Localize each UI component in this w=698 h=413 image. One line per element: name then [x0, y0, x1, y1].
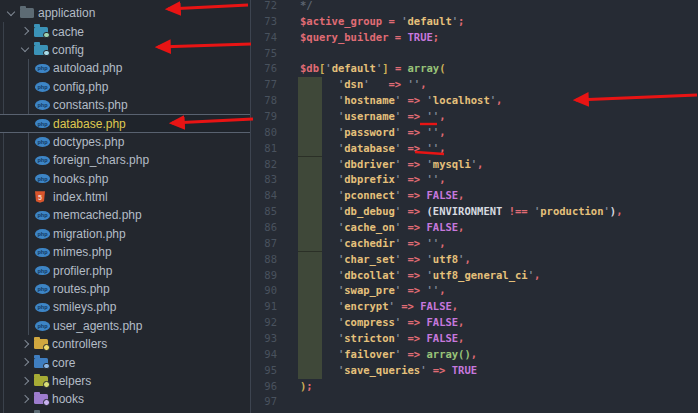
tree-item-user_agents.php[interactable]: phpuser_agents.php — [0, 317, 250, 335]
tree-item-hooks[interactable]: hooks — [0, 390, 250, 408]
token: '' — [408, 78, 421, 90]
token: , — [534, 269, 540, 281]
folder-config-icon — [34, 45, 48, 55]
token: => — [408, 348, 421, 360]
tree-item-label: mimes.php — [53, 245, 112, 259]
tree-item-profiler.php[interactable]: phpprofiler.php — [0, 261, 250, 279]
code-line-91[interactable]: 91 'encrypt' => FALSE, — [251, 299, 698, 315]
code-line-95[interactable]: 95 'save_queries' => TRUE — [251, 363, 698, 379]
tree-item-controllers[interactable]: controllers — [0, 335, 250, 353]
php-icon: php — [35, 137, 53, 147]
code-line-84[interactable]: 84 'pconnect' => FALSE, — [251, 188, 698, 204]
token: , — [616, 205, 622, 217]
code-line-76[interactable]: 76$db['default'] = array( — [251, 61, 698, 77]
token — [300, 173, 338, 185]
token: '' — [426, 126, 439, 138]
token: char_set — [344, 253, 395, 265]
token: , — [439, 142, 445, 154]
tree-item-index.html[interactable]: 5index.html — [0, 188, 250, 206]
code-line-78[interactable]: 78 'hostname' => 'localhost', — [251, 93, 698, 109]
token: '' — [426, 110, 439, 122]
html5-icon: 5 — [35, 191, 53, 203]
tree-item-autoload.php[interactable]: phpautoload.php — [0, 59, 250, 77]
token: TRUE — [452, 364, 477, 376]
token: dsn — [344, 78, 363, 90]
tree-item-foreign_chars.php[interactable]: phpforeign_chars.php — [0, 151, 250, 169]
code-line-79[interactable]: 79 'username' => '', — [251, 109, 698, 125]
line-number: 88 — [251, 252, 277, 268]
tree-item-routes.php[interactable]: phproutes.php — [0, 280, 250, 298]
chevron-right-icon[interactable] — [19, 338, 32, 351]
code-line-93[interactable]: 93 'stricton' => FALSE, — [251, 331, 698, 347]
token: , — [439, 126, 445, 138]
tree-item-migration.php[interactable]: phpmigration.php — [0, 225, 250, 243]
code-line-89[interactable]: 89 'dbcollat' => 'utf8_general_ci', — [251, 268, 698, 284]
token: cachedir — [344, 237, 395, 249]
line-number: 85 — [251, 204, 277, 220]
chevron-down-icon[interactable] — [5, 7, 18, 20]
code-line-94[interactable]: 94 'failover' => array(), — [251, 347, 698, 363]
tree-item-constants.php[interactable]: phpconstants.php — [0, 96, 250, 114]
tree-item-core[interactable]: core — [0, 353, 250, 371]
php-icon: php — [35, 248, 53, 258]
tree-item-config.php[interactable]: phpconfig.php — [0, 78, 250, 96]
tree-item-doctypes.php[interactable]: phpdoctypes.php — [0, 133, 250, 151]
token: encrypt — [344, 300, 388, 312]
tree-item-application[interactable]: application — [0, 4, 250, 22]
tree-item-cache[interactable]: cache — [0, 22, 250, 40]
line-number: 83 — [251, 172, 277, 188]
code-line-92[interactable]: 92 'compress' => FALSE, — [251, 315, 698, 331]
token: , — [458, 189, 464, 201]
chevron-down-icon[interactable] — [19, 43, 32, 56]
token: array — [426, 348, 458, 360]
tree-item-hooks.php[interactable]: phphooks.php — [0, 170, 250, 188]
code-line-74[interactable]: 74$query_builder = TRUE; — [251, 30, 698, 46]
tree-item-database.php[interactable]: phpdatabase.php — [0, 114, 250, 132]
token: , — [439, 237, 445, 249]
code-line-73[interactable]: 73$active_group = 'default'; — [251, 14, 698, 30]
token — [300, 332, 338, 344]
chevron-right-icon[interactable] — [19, 375, 32, 388]
code-line-81[interactable]: 81 'database' => '', — [251, 141, 698, 157]
tree-item-smileys.php[interactable]: phpsmileys.php — [0, 298, 250, 316]
token: () — [458, 348, 471, 360]
folder-hooks-icon — [34, 394, 48, 404]
code-line-82[interactable]: 82 'dbdriver' => 'mysqli', — [251, 157, 698, 173]
code-line-77[interactable]: 77 'dsn' => '', — [251, 77, 698, 93]
code-line-97[interactable]: 97 — [251, 394, 698, 410]
code-line-72[interactable]: 72*/ — [251, 0, 698, 14]
code-line-96[interactable]: 96); — [251, 379, 698, 395]
token — [300, 348, 338, 360]
chevron-right-icon[interactable] — [19, 25, 32, 38]
tree-item-label: hooks — [52, 392, 84, 406]
token: database — [344, 142, 395, 154]
token: => — [401, 300, 414, 312]
token: hostname — [344, 94, 395, 106]
chevron-right-icon[interactable] — [19, 393, 32, 406]
chevron-right-icon[interactable] — [19, 356, 32, 369]
code-text: 'database' => '', — [300, 141, 445, 157]
token: ; — [458, 15, 464, 27]
tree-item-label: helpers — [52, 374, 91, 388]
code-line-80[interactable]: 80 'password' => '', — [251, 125, 698, 141]
folder-helpers-icon — [34, 376, 48, 386]
token: compress — [344, 316, 395, 328]
code-line-90[interactable]: 90 'swap_pre' => '', — [251, 283, 698, 299]
token: dbdriver — [344, 158, 395, 170]
code-line-75[interactable]: 75 — [251, 46, 698, 62]
code-editor-pane[interactable]: 72*/73$active_group = 'default';74$query… — [250, 0, 698, 413]
tree-item-clipped[interactable] — [0, 409, 250, 413]
code-line-85[interactable]: 85 'db_debug' => (ENVIRONMENT !== 'produ… — [251, 204, 698, 220]
code-line-83[interactable]: 83 'dbprefix' => '', — [251, 172, 698, 188]
tree-item-helpers[interactable]: helpers — [0, 372, 250, 390]
php-icon: php — [35, 64, 53, 74]
tree-item-config[interactable]: config — [0, 41, 250, 59]
code-line-86[interactable]: 86 'cache_on' => FALSE, — [251, 220, 698, 236]
code-text: $db['default'] = array( — [300, 61, 445, 77]
token: username — [344, 110, 395, 122]
tree-item-mimes.php[interactable]: phpmimes.php — [0, 243, 250, 261]
code-line-87[interactable]: 87 'cachedir' => '', — [251, 236, 698, 252]
code-line-88[interactable]: 88 'char_set' => 'utf8', — [251, 252, 698, 268]
tree-item-memcached.php[interactable]: phpmemcached.php — [0, 206, 250, 224]
tree-item-label: profiler.php — [53, 264, 112, 278]
